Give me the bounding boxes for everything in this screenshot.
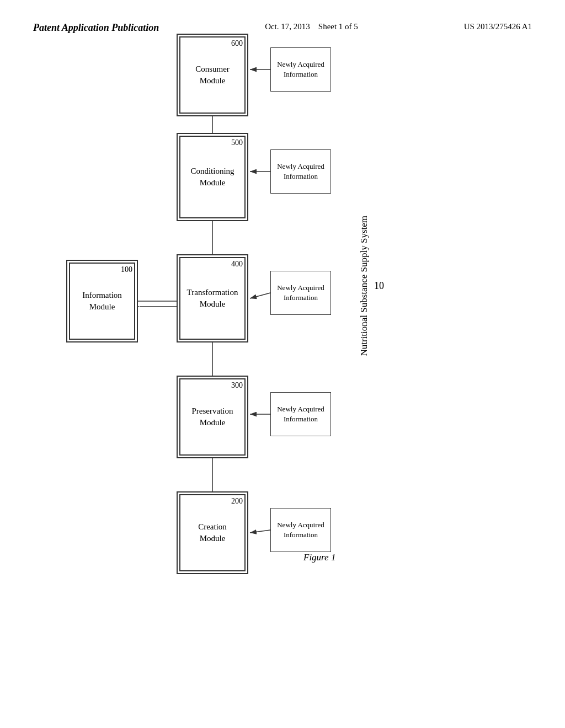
ni-preservation-label: Newly AcquiredInformation: [277, 404, 324, 424]
publication-date-sheet: Oct. 17, 2013 Sheet 1 of 5: [265, 22, 358, 31]
consumer-module: ConsumerModule 600: [177, 34, 248, 116]
sheet-info: Sheet 1 of 5: [318, 22, 358, 31]
transformation-module-label: TransformationModule: [187, 287, 238, 310]
transformation-module-number: 400: [231, 259, 243, 270]
transformation-module: TransformationModule 400: [177, 254, 248, 342]
ni-conditioning-label: Newly AcquiredInformation: [277, 162, 324, 181]
newly-acquired-info-consumer: Newly AcquiredInformation: [270, 47, 331, 92]
diagram-container: InformationModule 100 CreationModule 200…: [33, 50, 532, 684]
newly-acquired-info-transformation: Newly AcquiredInformation: [270, 271, 331, 315]
system-label: Nutritional Substance Supply System: [359, 216, 370, 356]
creation-module: CreationModule 200: [177, 491, 248, 574]
creation-module-label: CreationModule: [198, 521, 227, 544]
conditioning-module: ConditioningModule 500: [177, 133, 248, 221]
preservation-module-number: 300: [231, 380, 243, 391]
information-module: InformationModule 100: [66, 260, 138, 342]
consumer-module-label: ConsumerModule: [195, 63, 230, 87]
arrows-svg: [33, 50, 532, 684]
page-header: Patent Application Publication Oct. 17, …: [33, 22, 532, 34]
system-number: 10: [374, 280, 384, 292]
page: Patent Application Publication Oct. 17, …: [0, 0, 565, 728]
publication-date: Oct. 17, 2013: [265, 22, 310, 31]
conditioning-module-label: ConditioningModule: [190, 165, 234, 189]
newly-acquired-info-conditioning: Newly AcquiredInformation: [270, 149, 331, 194]
svg-line-12: [250, 293, 270, 298]
publication-number: US 2013/275426 A1: [464, 22, 532, 31]
publication-title: Patent Application Publication: [33, 22, 159, 34]
svg-line-14: [250, 530, 270, 533]
information-module-number: 100: [121, 264, 132, 275]
conditioning-module-number: 500: [231, 137, 243, 148]
newly-acquired-info-creation: Newly AcquiredInformation: [270, 508, 331, 552]
preservation-module-label: PreservationModule: [192, 405, 233, 429]
newly-acquired-info-preservation: Newly AcquiredInformation: [270, 392, 331, 436]
creation-module-number: 200: [231, 496, 243, 507]
ni-transformation-label: Newly AcquiredInformation: [277, 283, 324, 303]
ni-creation-label: Newly AcquiredInformation: [277, 520, 324, 540]
preservation-module: PreservationModule 300: [177, 376, 248, 458]
ni-consumer-label: Newly AcquiredInformation: [277, 60, 324, 79]
system-label-area: Nutritional Substance Supply System 10: [359, 216, 384, 356]
figure-label: Figure 1: [303, 552, 335, 563]
consumer-module-number: 600: [231, 38, 243, 49]
information-module-label: InformationModule: [82, 290, 122, 313]
